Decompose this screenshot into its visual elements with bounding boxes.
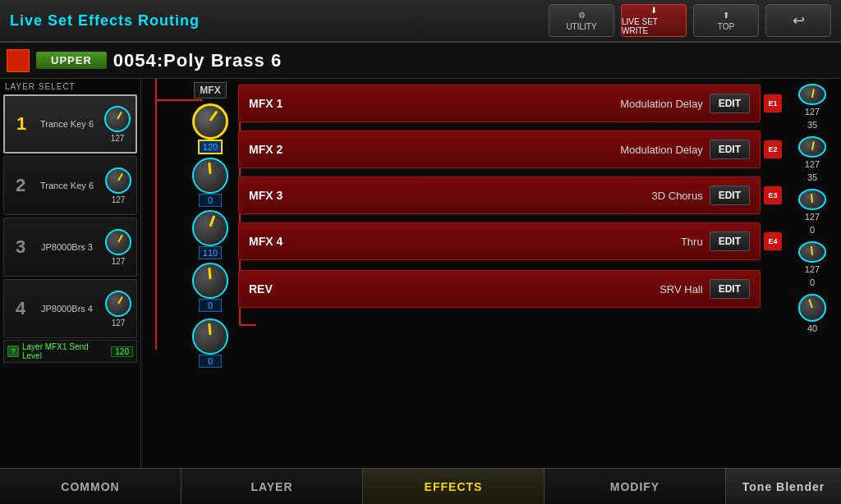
download-icon: ⬇ xyxy=(650,6,657,15)
rev-send-knob[interactable] xyxy=(192,318,228,355)
layer-3-knob[interactable] xyxy=(105,229,131,255)
layer-2-name: Trance Key 6 xyxy=(40,181,94,190)
header: Live Set Effects Routing ⚙ UTILITY ⬇ LIV… xyxy=(0,0,841,43)
out-knob-1[interactable] xyxy=(798,84,826,105)
out-knob-4[interactable] xyxy=(798,241,826,263)
layer-3-info: JP8000Brs 3 xyxy=(32,242,102,252)
layer-item-4[interactable]: 4 JP8000Brs 4 127 xyxy=(3,279,137,338)
out-knob-3[interactable] xyxy=(798,189,826,210)
layer-4-knob-area: 127 xyxy=(105,291,131,328)
out-val-4: 127 xyxy=(785,264,839,274)
utility-button[interactable]: ⚙ UTILITY xyxy=(549,4,614,37)
layer-item-3[interactable]: 3 JP8000Brs 3 127 xyxy=(3,218,137,277)
layer-3-knob-area: 127 xyxy=(105,229,131,266)
tab-modify[interactable]: MODIFY xyxy=(545,469,726,504)
back-button[interactable]: ↩ xyxy=(765,4,831,37)
e2-badge: E2 xyxy=(764,140,782,158)
layer-1-name: Trance Key 6 xyxy=(40,119,94,129)
rev-block: REV SRV Hall EDIT xyxy=(238,270,761,308)
mfx-2-label: MFX 2 xyxy=(249,143,285,156)
layer-1-value: 127 xyxy=(111,134,125,143)
layer-1-info: Trance Key 6 xyxy=(33,119,101,129)
layer-2-num: 2 xyxy=(9,175,32,196)
layer-1-knob[interactable] xyxy=(104,106,131,132)
out-val-1: 127 xyxy=(785,107,839,117)
layer-4-knob[interactable] xyxy=(105,291,131,317)
layer-4-num: 4 xyxy=(9,298,32,319)
out-val-2b: 35 xyxy=(785,172,839,182)
layer-item-1[interactable]: 1 Trance Key 6 127 xyxy=(3,94,137,153)
tab-tone-blender[interactable]: Tone Blender xyxy=(726,469,841,504)
mfx-4-effect: Thru xyxy=(292,236,703,248)
top-button[interactable]: ⬆ TOP xyxy=(693,4,759,37)
layer-4-value: 127 xyxy=(112,318,126,328)
rev-out-knob-area: 40 xyxy=(785,294,839,333)
tab-effects[interactable]: EFFECTS xyxy=(363,469,545,504)
right-output-knobs: 127 35 127 35 127 0 127 0 xyxy=(784,82,841,335)
header-buttons: ⚙ UTILITY ⬇ LIVE SET WRITE ⬆ TOP ↩ xyxy=(549,4,831,37)
mfx-2-edit-button[interactable]: EDIT xyxy=(710,140,750,159)
mfx-1-edit-button[interactable]: EDIT xyxy=(710,94,750,113)
layer-select-label: LAYER SELECT xyxy=(3,82,137,91)
mfx-row-3: MFX 3 3D Chorus EDIT E3 xyxy=(238,174,782,217)
out-knob-2[interactable] xyxy=(798,136,826,158)
back-icon: ↩ xyxy=(793,11,805,30)
mfx-row-1: MFX 1 Modulation Delay EDIT E1 xyxy=(238,82,782,125)
routing-area: MFX 120 0 110 xyxy=(141,79,841,468)
preset-color-box xyxy=(7,49,30,72)
gear-icon: ⚙ xyxy=(578,11,586,20)
layer-4-info: JP8000Brs 4 xyxy=(32,304,102,314)
mfx-2-block: MFX 2 Modulation Delay EDIT xyxy=(238,131,761,168)
mfx-send-knob-4[interactable] xyxy=(192,263,228,299)
mfx-row-4: MFX 4 Thru EDIT E4 xyxy=(238,220,782,263)
mfx-send-1: 120 xyxy=(192,103,228,154)
mfx-send-2: 0 xyxy=(192,158,228,207)
main-area: LAYER SELECT 1 Trance Key 6 127 2 Trance… xyxy=(0,79,841,468)
mfx-1-block: MFX 1 Modulation Delay EDIT xyxy=(238,85,761,122)
mfx-send-val-2: 0 xyxy=(199,194,222,207)
mfx-3-edit-button[interactable]: EDIT xyxy=(710,186,750,205)
out-knob-3-top xyxy=(785,189,839,210)
layer-status-bar: ? Layer MFX1 Send Level 120 xyxy=(3,340,137,363)
up-icon: ⬆ xyxy=(723,11,729,20)
mfx-send-knob-3[interactable] xyxy=(192,210,228,246)
mfx-send-4: 0 xyxy=(192,263,228,312)
mfx-4-label: MFX 4 xyxy=(249,235,285,248)
mfx-send-knob-1[interactable] xyxy=(192,103,228,140)
rev-send: 0 xyxy=(192,318,228,368)
out-val-3: 127 xyxy=(785,212,839,222)
preset-bar: UPPER 0054:Poly Brass 6 xyxy=(0,43,841,79)
out-knob-4-top xyxy=(785,241,839,263)
layer-label[interactable]: UPPER xyxy=(36,52,107,69)
tab-common[interactable]: COMMON xyxy=(0,469,182,504)
mfx-row-2: MFX 2 Modulation Delay EDIT E2 xyxy=(238,128,782,171)
tab-layer[interactable]: LAYER xyxy=(182,469,363,504)
layer-item-2[interactable]: 2 Trance Key 6 127 xyxy=(3,156,137,215)
mfx-send-column: MFX 120 0 110 xyxy=(192,82,228,368)
e4-badge: E4 xyxy=(764,232,782,250)
layer-4-name: JP8000Brs 4 xyxy=(41,304,93,314)
mfx-send-val-1: 120 xyxy=(198,140,223,154)
layer-1-knob-area: 127 xyxy=(104,106,131,143)
e3-badge: E3 xyxy=(764,186,782,204)
page-title: Live Set Effects Routing xyxy=(10,12,200,30)
layer-2-knob-area: 127 xyxy=(105,167,131,204)
mfx-3-effect: 3D Chorus xyxy=(292,190,703,202)
mfx-3-block: MFX 3 3D Chorus EDIT xyxy=(238,176,761,214)
rev-out-val: 40 xyxy=(807,323,817,333)
mfx-4-edit-button[interactable]: EDIT xyxy=(710,231,750,251)
preset-name: 0054:Poly Brass 6 xyxy=(113,50,282,71)
rev-edit-button[interactable]: EDIT xyxy=(710,279,750,299)
rev-label: REV xyxy=(249,282,285,296)
out-val-3b: 0 xyxy=(785,225,839,235)
rev-out-knob[interactable] xyxy=(798,294,826,322)
out-knob-1-top xyxy=(785,84,839,105)
rev-row: REV SRV Hall EDIT xyxy=(238,268,782,310)
out-val-2: 127 xyxy=(785,159,839,169)
live-set-write-button[interactable]: ⬇ LIVE SET WRITE xyxy=(621,4,687,37)
out-knob-2-top xyxy=(785,136,839,158)
layer-1-num: 1 xyxy=(10,113,33,135)
bottom-tabs: COMMON LAYER EFFECTS MODIFY Tone Blender xyxy=(0,468,841,504)
layer-2-knob[interactable] xyxy=(105,167,131,194)
mfx-send-knob-2[interactable] xyxy=(192,158,228,194)
